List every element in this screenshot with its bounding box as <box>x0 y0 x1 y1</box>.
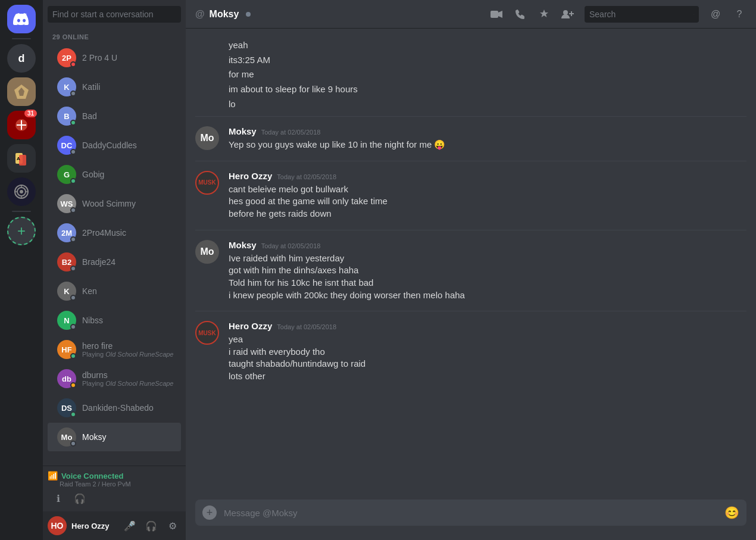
message-line: for me <box>186 67 756 82</box>
dm-item-dankiden[interactable]: DSDankiden-Shabedo <box>48 394 181 422</box>
status-dot <box>70 382 76 388</box>
status-dot <box>70 120 76 126</box>
user-status-dot <box>246 12 251 17</box>
message-input[interactable] <box>224 501 720 525</box>
dm-sidebar: 29 ONLINE2P2 Pro 4 UKKatiliBBadDCDaddyCu… <box>43 0 186 540</box>
server-icon-d[interactable]: d <box>7 44 36 73</box>
add-server-button[interactable]: + <box>7 217 36 245</box>
voice-headphones-button[interactable]: 🎧 <box>71 490 88 507</box>
dm-item-gobig[interactable]: GGobig <box>48 160 181 189</box>
message-text: its3:25 AM <box>229 54 746 67</box>
dm-status-text: Playing Old School RuneScape <box>82 380 174 387</box>
chat-search-box[interactable] <box>585 6 699 23</box>
server-icon-home[interactable] <box>7 5 36 33</box>
server-icon-target[interactable] <box>7 177 36 206</box>
svg-point-10 <box>20 190 23 193</box>
message-text: cant beleive melo got bullwark <box>229 183 746 196</box>
user-avatar-text: HO <box>51 521 64 530</box>
server-sidebar: d 31 A <box>0 0 43 540</box>
pin-icon[interactable] <box>537 7 551 21</box>
server-separator-2 <box>12 211 31 212</box>
dm-search-container <box>43 0 186 29</box>
mentions-icon[interactable]: @ <box>708 7 723 21</box>
status-dot <box>70 178 76 184</box>
dm-list: 29 ONLINE2P2 Pro 4 UKKatiliBBadDCDaddyCu… <box>43 29 186 466</box>
dm-search-input[interactable] <box>48 6 181 23</box>
message-divider <box>195 230 746 230</box>
chat-search-input[interactable] <box>589 10 693 19</box>
message-input-box: + 😊 <box>195 500 746 526</box>
dm-item-katili[interactable]: KKatili <box>48 73 181 101</box>
message-divider <box>195 311 746 311</box>
message-text: i raid with everybody tho <box>229 346 746 358</box>
dm-name: Gobig <box>82 170 104 179</box>
message-content: MoksyToday at 02/05/2018Yep so you guys … <box>229 126 746 151</box>
message-text: Yep so you guys wake up like 10 in the n… <box>229 139 746 151</box>
status-dot <box>70 441 76 447</box>
user-mute-button[interactable]: 🎤 <box>121 517 138 534</box>
status-dot <box>70 353 76 359</box>
dm-item-2pro4music[interactable]: 2M2Pro4Music <box>48 219 181 247</box>
dm-item-ken[interactable]: KKen <box>48 277 181 305</box>
user-settings-button[interactable]: ⚙ <box>164 517 181 534</box>
dm-item-bradje24[interactable]: B2Bradje24 <box>48 248 181 276</box>
phone-call-icon[interactable] <box>513 7 527 21</box>
dm-item-moksy[interactable]: MoMoksy <box>48 423 181 451</box>
message-timestamp: Today at 02/05/2018 <box>277 173 336 180</box>
chat-username: Moksy <box>210 9 239 20</box>
dm-item-herofire[interactable]: HFhero firePlaying Old School RuneScape <box>48 335 181 364</box>
server-icon-cards[interactable]: A <box>7 144 36 173</box>
message-timestamp: Today at 02/05/2018 <box>261 242 321 249</box>
message-text: taught shabado/huntindawg to raid <box>229 358 746 370</box>
status-dot <box>70 324 76 330</box>
message-content: MoksyToday at 02/05/2018Ive raided with … <box>229 240 746 302</box>
message-author: Moksy <box>229 240 257 250</box>
message-timestamp: Today at 02/05/2018 <box>277 323 336 330</box>
message-group: MoMoksyToday at 02/05/2018Ive raided wit… <box>186 235 756 307</box>
dm-name: Ken <box>82 286 97 296</box>
user-area: HO Hero Ozzy 🎤 🎧 ⚙ <box>43 511 186 540</box>
message-input-wrap: + 😊 <box>186 500 756 540</box>
dm-item-dburns[interactable]: dbdburnsPlaying Old School RuneScape <box>48 364 181 393</box>
message-author: Hero Ozzy <box>229 171 272 181</box>
server-icon-knight[interactable] <box>7 77 36 106</box>
message-line: yeah <box>186 38 756 53</box>
chat-header-title: @ Moksy <box>195 9 251 20</box>
message-avatar: MUSK <box>195 321 219 345</box>
status-dot <box>70 266 76 271</box>
emoji-button[interactable]: 😊 <box>724 505 739 520</box>
dm-name: Dankiden-Shabedo <box>82 403 154 413</box>
dm-item-woodscimmy[interactable]: WSWood Scimmy <box>48 189 181 218</box>
main-chat: @ Moksy <box>186 0 756 540</box>
dm-item-daddycuddles[interactable]: DCDaddyCuddles <box>48 131 181 160</box>
server-separator <box>12 38 31 39</box>
message-text: yea <box>229 333 746 346</box>
voice-connected-title: Voice Connected <box>61 472 124 480</box>
message-timestamp: Today at 02/05/2018 <box>261 129 321 136</box>
message-text: hes good at the game will only take time <box>229 195 746 208</box>
chat-header: @ Moksy <box>186 0 756 29</box>
message-text: for me <box>229 68 746 81</box>
user-deafen-button[interactable]: 🎧 <box>143 517 160 534</box>
dm-name: Bad <box>82 111 97 121</box>
dm-item-bad[interactable]: BBad <box>48 102 181 130</box>
notification-badge: 31 <box>24 110 37 117</box>
message-content: Hero OzzyToday at 02/05/2018cant beleive… <box>229 171 746 220</box>
dm-name: hero fire <box>82 341 174 351</box>
svg-rect-15 <box>491 11 498 18</box>
message-text: got with him the dinhs/axes haha <box>229 264 746 277</box>
status-dot <box>70 207 76 213</box>
help-icon[interactable]: ? <box>732 7 746 21</box>
add-friend-icon[interactable] <box>561 7 575 21</box>
dm-item-nibss[interactable]: NNibss <box>48 306 181 335</box>
message-avatar: MUSK <box>195 171 219 195</box>
dm-name: 2Pro4Music <box>82 228 126 238</box>
svg-text:A: A <box>17 156 20 161</box>
video-call-icon[interactable] <box>489 7 504 21</box>
attach-file-button[interactable]: + <box>202 505 217 520</box>
message-group: MUSKHero OzzyToday at 02/05/2018cant bel… <box>186 166 756 225</box>
message-line: lo <box>186 97 756 112</box>
voice-info-button[interactable]: ℹ <box>50 490 67 507</box>
server-icon-red[interactable]: 31 <box>7 111 36 139</box>
dm-item-2pro4u[interactable]: 2P2 Pro 4 U <box>48 43 181 72</box>
